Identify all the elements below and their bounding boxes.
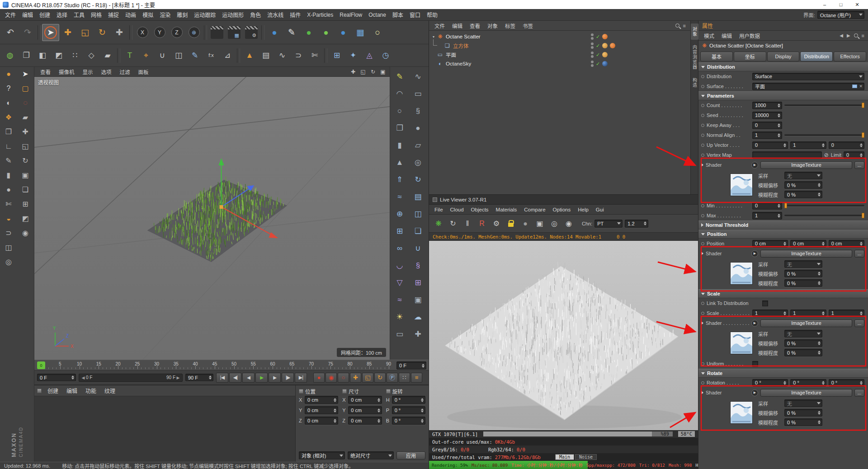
polygon-pen-icon[interactable]: ✎ bbox=[391, 68, 408, 85]
normal-align-slider[interactable] bbox=[784, 134, 864, 136]
normal-align-field[interactable]: 1 bbox=[752, 131, 782, 139]
frame-tick-15[interactable]: 15 bbox=[96, 361, 101, 366]
frame-tick-35[interactable]: 35 bbox=[174, 361, 179, 366]
nav-back-icon[interactable]: ◀ bbox=[840, 33, 843, 38]
shader-more-button[interactable]: ... bbox=[854, 389, 864, 397]
pick-white-balance-icon[interactable]: ◉ bbox=[562, 217, 576, 230]
attr-tab-1[interactable]: 坐标 bbox=[734, 52, 766, 61]
menu-12[interactable]: 运动图形 bbox=[219, 11, 247, 19]
gizmo-center[interactable] bbox=[219, 205, 223, 209]
time-clock-icon[interactable]: ◷ bbox=[377, 47, 394, 64]
preview-range-slider[interactable]: ◀ 0 F 90 F ▶ bbox=[79, 374, 183, 382]
arc-spline-icon[interactable]: ◠ bbox=[391, 85, 408, 102]
menu-18[interactable]: Octane bbox=[365, 12, 389, 18]
rotation-b-field[interactable]: 0 ° bbox=[829, 379, 864, 387]
menu-17[interactable]: RealFlow bbox=[336, 12, 365, 18]
extrude-generator-icon[interactable]: ⇑ bbox=[391, 171, 408, 188]
sphere-tool-icon[interactable]: ● bbox=[1, 183, 16, 197]
lock-resolution-icon[interactable] bbox=[504, 217, 518, 230]
polygon-selection-icon[interactable]: ▰ bbox=[18, 110, 33, 125]
workplane-icon[interactable]: ◩ bbox=[18, 211, 33, 226]
deformer-bend-icon[interactable]: ◬ bbox=[361, 47, 377, 64]
model-mode-icon[interactable]: ❐ bbox=[18, 47, 34, 64]
null-object-icon[interactable]: ✚ bbox=[410, 325, 427, 342]
phong-tag-icon[interactable] bbox=[602, 43, 608, 48]
nav-forward-icon[interactable]: ▶ bbox=[847, 33, 850, 38]
texture-ball-icon[interactable]: ◐ bbox=[1, 96, 16, 110]
frame-tick-30[interactable]: 30 bbox=[154, 361, 159, 366]
frame-tick-65[interactable]: 65 bbox=[289, 361, 294, 366]
search-icon[interactable] bbox=[675, 23, 679, 28]
shader-type-button[interactable]: ImageTexture bbox=[760, 250, 852, 258]
material-preview-icon[interactable]: ● bbox=[519, 217, 532, 230]
shader-open-button[interactable]: ▶ bbox=[751, 162, 758, 169]
redo-icon[interactable]: ↷ bbox=[19, 24, 36, 41]
rotate-camera-icon[interactable]: ↻ bbox=[18, 154, 33, 168]
select-cursor-icon[interactable]: ➤ bbox=[18, 67, 33, 81]
keyframe-circle-icon[interactable] bbox=[701, 85, 704, 88]
ffd-deformer-icon[interactable]: ⊞ bbox=[410, 274, 427, 291]
attr-tab-4[interactable]: Effectors bbox=[834, 52, 866, 61]
mograph-cloner-icon[interactable]: ⊞ bbox=[329, 47, 345, 64]
sampling-dropdown[interactable]: 无 bbox=[784, 399, 822, 407]
pan-view-icon[interactable]: ✚ bbox=[348, 68, 358, 76]
side-tab-0[interactable]: 对象 bbox=[691, 23, 698, 40]
side-tab-2[interactable]: 构造 bbox=[691, 75, 698, 91]
zoom-view-icon[interactable]: ◱ bbox=[358, 68, 368, 76]
object-row[interactable]: ▭平面✓ bbox=[429, 50, 690, 59]
octane-livedb-icon[interactable]: ● bbox=[317, 24, 335, 41]
shader-thumbnail[interactable] bbox=[730, 174, 753, 196]
minimize-button[interactable]: – bbox=[816, 0, 833, 9]
bend-deformer-icon[interactable]: ◡ bbox=[391, 257, 408, 274]
viewport-menu-3[interactable]: 选项 bbox=[97, 68, 116, 75]
shader-thumbnail[interactable] bbox=[730, 401, 753, 424]
object-row[interactable]: ❏立方体✓ bbox=[429, 41, 690, 50]
up-vector-z-field[interactable]: 0 bbox=[829, 141, 864, 149]
keep-away-field[interactable]: 0 bbox=[752, 122, 782, 129]
scale-tool-icon[interactable]: ◱ bbox=[76, 24, 94, 41]
rotation-p-field[interactable]: 0 ° bbox=[790, 379, 826, 387]
materials-menu-0[interactable]: 创建 bbox=[43, 387, 62, 394]
text-tool-icon[interactable]: T bbox=[122, 47, 138, 64]
scale-y-field[interactable]: 1 bbox=[790, 310, 826, 317]
frame-tick-20[interactable]: 20 bbox=[115, 361, 120, 366]
knife-tool-icon[interactable]: ✄ bbox=[307, 47, 323, 64]
object-row[interactable]: ▾❋Octane Scatter✓ bbox=[429, 32, 690, 41]
count-slider[interactable] bbox=[784, 104, 864, 106]
cylinder-tool-icon[interactable]: ▮ bbox=[1, 168, 16, 183]
keyframe-circle-icon[interactable] bbox=[701, 204, 704, 207]
uniform-checkbox[interactable] bbox=[752, 361, 758, 367]
lock-x-axis-icon[interactable]: X bbox=[134, 24, 151, 41]
menu-2[interactable]: 创建 bbox=[36, 11, 53, 19]
menu-6[interactable]: 捕捉 bbox=[105, 11, 122, 19]
menu-0[interactable]: 文件 bbox=[2, 11, 19, 19]
min-field[interactable]: 0 bbox=[752, 202, 782, 210]
position-z-field[interactable]: 0 cm bbox=[829, 240, 864, 248]
rotation-h-field[interactable]: 0 ° bbox=[752, 379, 788, 387]
menu-15[interactable]: 插件 bbox=[287, 11, 304, 19]
coordinate-field[interactable]: 0 cm bbox=[348, 406, 382, 414]
frame-tick-90[interactable]: 90 bbox=[386, 361, 391, 366]
frame-tick-75[interactable]: 75 bbox=[328, 361, 333, 366]
blur-offset-field[interactable]: 0 % bbox=[784, 270, 822, 277]
keyframe-circle-icon[interactable] bbox=[701, 134, 704, 137]
om-menu-3[interactable]: 对象 bbox=[484, 22, 501, 29]
honeycomb-pattern-icon[interactable]: ❖ bbox=[1, 110, 16, 125]
om-menu-1[interactable]: 编辑 bbox=[448, 22, 466, 29]
menu-7[interactable]: 动画 bbox=[122, 11, 139, 19]
shader-more-button[interactable]: ... bbox=[854, 161, 864, 169]
coordinate-field[interactable]: 0 cm bbox=[305, 396, 338, 404]
shader-open-button[interactable]: ▶ bbox=[751, 389, 758, 396]
seed-field[interactable]: 10000 bbox=[752, 112, 782, 119]
interface-dropdown[interactable]: Octane (用户) bbox=[817, 11, 864, 19]
move-tool-icon[interactable]: ✚ bbox=[59, 24, 76, 41]
filter-icon[interactable]: ≡ bbox=[683, 23, 686, 28]
blur-offset-field[interactable]: 0 % bbox=[784, 181, 822, 189]
coordinate-field[interactable]: 0 cm bbox=[305, 406, 338, 414]
keyframe-circle-icon[interactable] bbox=[701, 242, 704, 245]
menu-5[interactable]: 网格 bbox=[88, 11, 105, 19]
rotate-tool-icon[interactable]: ↻ bbox=[94, 24, 111, 41]
knife-icon[interactable]: ✄ bbox=[1, 197, 16, 211]
last-used-tool-icon[interactable]: ✚ bbox=[111, 24, 128, 41]
keyframe-circle-icon[interactable] bbox=[701, 214, 704, 217]
